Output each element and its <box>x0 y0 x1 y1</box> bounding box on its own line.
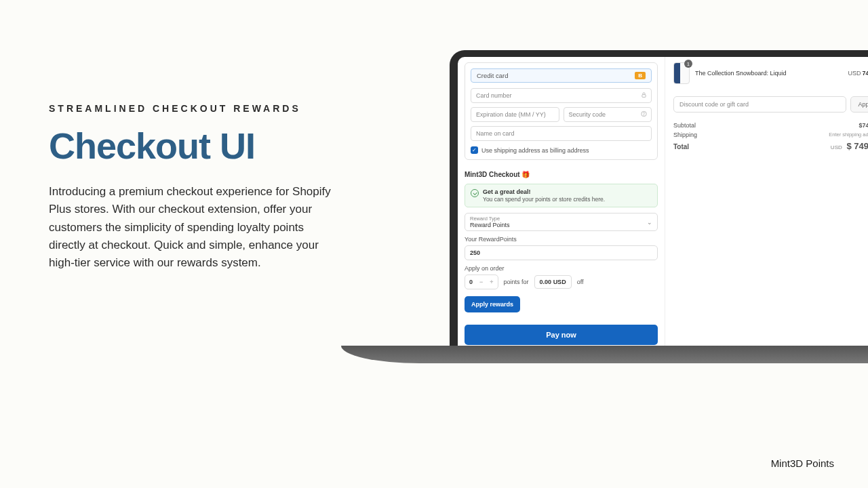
gift-icon: 🎁 <box>521 171 530 178</box>
svg-point-2 <box>644 115 644 116</box>
discount-row: Discount code or gift card Apply <box>673 96 868 113</box>
subtotal-row: Subtotal $749.95 <box>673 122 868 129</box>
card-number-input[interactable]: Card number <box>471 88 652 103</box>
discount-currency: USD <box>553 279 566 285</box>
shipping-note: Enter shipping address <box>829 131 868 138</box>
screen: Credit card B Card number Expiration dat… <box>458 57 868 346</box>
rewards-section-title: Mint3D Checkout 🎁 <box>465 171 658 178</box>
headline: Checkout UI <box>49 125 340 167</box>
checkout-left-pane: Credit card B Card number Expiration dat… <box>458 57 665 346</box>
marketing-column: STREAMLINED CHECKOUT REWARDS Checkout UI… <box>49 103 340 272</box>
billing-checkbox-label: Use shipping address as billing address <box>481 147 589 154</box>
deal-heading: Get a great deal! <box>483 188 605 195</box>
apply-on-order-label: Apply on order <box>465 265 658 272</box>
reward-type-select[interactable]: Reward Type Reward Points ⌄ <box>465 213 658 231</box>
total-row: Total USD $ 749.95 <box>673 141 868 151</box>
discount-amount: 0.00 <box>540 279 552 285</box>
line-item: 1 The Collection Snowboard: Liquid USD74… <box>673 62 868 84</box>
line-item-currency: USD <box>848 70 861 77</box>
security-code-input[interactable]: Security code <box>564 107 652 122</box>
stepper-value: 0 <box>469 279 473 285</box>
stepper-increment[interactable]: + <box>490 279 493 285</box>
total-label: Total <box>673 143 689 150</box>
points-stepper[interactable]: 0 − + <box>465 274 498 289</box>
name-placeholder: Name on card <box>476 130 515 137</box>
deal-subtext: You can spend your points or store credi… <box>483 196 605 203</box>
apply-discount-button[interactable]: Apply <box>850 96 868 113</box>
credit-card-label: Credit card <box>477 72 508 79</box>
expiry-placeholder: Expiration date (MM / YY) <box>476 111 546 118</box>
points-balance-value: 250 <box>465 245 658 260</box>
quantity-badge: 1 <box>684 60 692 68</box>
subtotal-label: Subtotal <box>673 122 696 129</box>
billing-checkbox-row[interactable]: ✓ Use shipping address as billing addres… <box>471 146 652 154</box>
subtotal-value: $749.95 <box>859 122 868 129</box>
marketing-copy: Introducing a premium checkout experienc… <box>49 183 340 272</box>
line-item-amount: 749.95 <box>862 70 868 77</box>
shipping-label: Shipping <box>673 131 697 138</box>
checkbox-checked-icon: ✓ <box>471 146 478 154</box>
laptop-mockup: Credit card B Card number Expiration dat… <box>450 50 868 363</box>
credit-card-block: Credit card B Card number Expiration dat… <box>465 62 658 160</box>
pay-now-button[interactable]: Pay now <box>465 325 658 345</box>
name-on-card-input[interactable]: Name on card <box>471 126 652 141</box>
stepper-decrement[interactable]: − <box>479 279 483 285</box>
apply-row: 0 − + points for 0.00 USD off <box>465 274 658 289</box>
eyebrow: STREAMLINED CHECKOUT REWARDS <box>49 103 340 114</box>
deal-banner: Get a great deal! You can spend your poi… <box>465 184 658 207</box>
reward-type-value: Reward Points <box>470 222 652 228</box>
order-summary-pane: 1 The Collection Snowboard: Liquid USD74… <box>665 57 868 346</box>
security-placeholder: Security code <box>569 111 606 118</box>
help-icon[interactable] <box>641 111 647 119</box>
check-circle-icon <box>471 189 479 197</box>
laptop-base <box>341 346 868 363</box>
points-for-text: points for <box>504 279 529 285</box>
summary-block: Subtotal $749.95 Shipping Enter shipping… <box>673 122 868 151</box>
chevron-down-icon: ⌄ <box>647 219 652 226</box>
line-item-price: USD749.95 <box>848 70 868 77</box>
shipping-row: Shipping Enter shipping address <box>673 131 868 138</box>
discount-amount-box: 0.00 USD <box>534 275 572 289</box>
lock-icon <box>641 92 647 100</box>
svg-rect-0 <box>642 95 646 98</box>
footer-brand: Mint3D Points <box>771 458 834 469</box>
rewards-title-text: Mint3D Checkout <box>465 171 520 178</box>
reward-type-label: Reward Type <box>470 216 652 222</box>
card-brand-badge: B <box>635 72 646 79</box>
product-thumbnail: 1 <box>673 62 690 84</box>
off-text: off <box>577 279 584 285</box>
points-balance-label: Your RewardPoints <box>465 236 658 243</box>
screen-bezel: Credit card B Card number Expiration dat… <box>450 50 868 346</box>
expiry-input[interactable]: Expiration date (MM / YY) <box>471 107 559 122</box>
total-currency: USD <box>831 144 842 150</box>
credit-card-option[interactable]: Credit card B <box>471 68 652 83</box>
product-name: The Collection Snowboard: Liquid <box>695 70 842 77</box>
apply-rewards-button[interactable]: Apply rewards <box>465 296 520 312</box>
card-number-placeholder: Card number <box>476 92 512 99</box>
total-amount: $ 749.95 <box>846 141 868 151</box>
discount-code-input[interactable]: Discount code or gift card <box>673 96 846 113</box>
